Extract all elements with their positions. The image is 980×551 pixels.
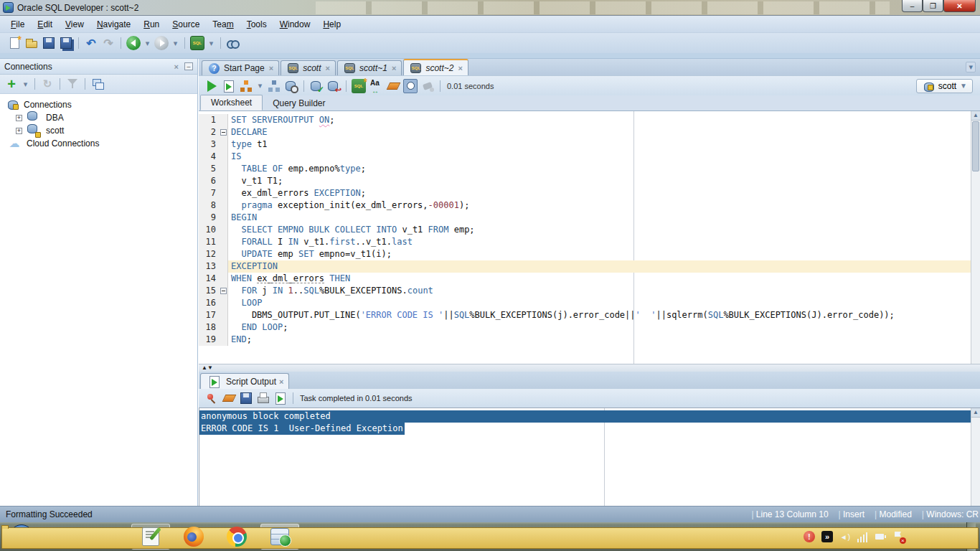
output-row[interactable]: ERROR CODE IS 1 User-Defined Exception bbox=[199, 423, 971, 435]
search-icon[interactable] bbox=[226, 36, 240, 50]
minimize-button[interactable]: – bbox=[902, 0, 923, 12]
tab-close-icon[interactable]: × bbox=[325, 64, 329, 72]
scroll-up-icon[interactable]: ▲ bbox=[971, 111, 980, 121]
panel-min-icon[interactable]: – bbox=[184, 62, 193, 70]
autotrace-icon[interactable] bbox=[267, 79, 281, 93]
subtab-worksheet[interactable]: Worksheet bbox=[200, 95, 263, 110]
save-all-icon[interactable] bbox=[59, 36, 73, 50]
focus-icon[interactable] bbox=[90, 77, 105, 91]
code-editor[interactable]: 1SET SERVEROUTPUT ON;2DECLARE3type t14IS… bbox=[199, 111, 980, 364]
run-script-icon[interactable] bbox=[222, 79, 236, 93]
close-button[interactable]: ✕ bbox=[943, 0, 976, 12]
fold-collapse-icon[interactable] bbox=[220, 129, 227, 136]
menu-file[interactable]: File bbox=[4, 18, 31, 31]
forward-icon[interactable] bbox=[154, 36, 169, 50]
refresh-icon[interactable] bbox=[40, 77, 55, 91]
action-center-flag-icon[interactable] bbox=[893, 531, 905, 542]
tab-scott[interactable]: scott× bbox=[281, 60, 336, 75]
tab-close-icon[interactable]: × bbox=[269, 64, 273, 72]
pin-icon[interactable] bbox=[204, 391, 219, 405]
new-file-icon[interactable] bbox=[7, 36, 22, 50]
code-line-18[interactable]: 18 END LOOP; bbox=[199, 321, 971, 334]
tree-item-connections[interactable]: Connections bbox=[3, 98, 194, 111]
redo-icon[interactable] bbox=[101, 36, 116, 50]
scroll-up-icon[interactable]: ▲ bbox=[971, 408, 980, 418]
network-icon[interactable] bbox=[857, 531, 869, 542]
code-line-1[interactable]: 1SET SERVEROUTPUT ON; bbox=[199, 114, 971, 126]
wireless-display-icon[interactable] bbox=[821, 531, 833, 542]
explain-plan-icon[interactable] bbox=[239, 79, 253, 93]
format-icon[interactable] bbox=[420, 79, 435, 93]
save-icon[interactable] bbox=[42, 36, 56, 50]
open-folder-icon[interactable] bbox=[24, 36, 39, 50]
tree-item-dba[interactable]: +DBA bbox=[3, 111, 194, 124]
code-line-13[interactable]: 13EXCEPTION bbox=[199, 260, 971, 273]
save-icon[interactable] bbox=[239, 391, 253, 405]
editor-vertical-scrollbar[interactable]: ▲ bbox=[971, 111, 980, 364]
tab-close-icon[interactable]: × bbox=[279, 377, 283, 386]
tree-expand-icon[interactable]: + bbox=[16, 128, 22, 134]
eraser-icon[interactable] bbox=[222, 391, 236, 405]
undo-icon[interactable] bbox=[84, 36, 98, 50]
tab-start-page[interactable]: Start Page× bbox=[202, 60, 279, 75]
menu-run[interactable]: Run bbox=[137, 18, 166, 31]
code-line-11[interactable]: 11 FORALL I IN v_t1.first..v_t1.last bbox=[199, 236, 971, 248]
menu-source[interactable]: Source bbox=[166, 18, 206, 31]
fold-collapse-icon[interactable] bbox=[220, 288, 227, 294]
connections-panel-header[interactable]: Connections × – bbox=[0, 59, 197, 75]
code-line-16[interactable]: 16 LOOP bbox=[199, 297, 971, 309]
back-icon[interactable] bbox=[126, 36, 141, 50]
close-icon[interactable]: × bbox=[174, 62, 179, 71]
menu-view[interactable]: View bbox=[59, 18, 90, 31]
commit-icon[interactable] bbox=[309, 79, 324, 93]
maximize-button[interactable]: ❐ bbox=[923, 0, 943, 12]
update-icon[interactable] bbox=[804, 531, 815, 542]
clear-icon[interactable] bbox=[386, 79, 400, 93]
tab-scott~2[interactable]: scott~2× bbox=[403, 59, 468, 75]
code-line-2[interactable]: 2DECLARE bbox=[199, 126, 971, 138]
code-line-7[interactable]: 7 ex_dml_errors EXCEPTION; bbox=[199, 187, 971, 199]
sql-tuning-icon[interactable] bbox=[284, 79, 298, 93]
scrollbar-thumb[interactable] bbox=[972, 121, 979, 171]
print-icon[interactable] bbox=[256, 391, 270, 405]
menu-help[interactable]: Help bbox=[316, 18, 347, 31]
menu-edit[interactable]: Edit bbox=[31, 18, 59, 31]
menu-window[interactable]: Window bbox=[273, 18, 317, 31]
unshared-worksheet-icon[interactable] bbox=[352, 79, 366, 93]
code-line-17[interactable]: 17 DBMS_OUTPUT.PUT_LINE('ERROR CODE IS '… bbox=[199, 309, 971, 321]
tab-script-output[interactable]: Script Output × bbox=[200, 373, 289, 389]
code-line-8[interactable]: 8 pragma exception_init(ex_dml_errors,-0… bbox=[199, 199, 971, 212]
forward-dropdown-icon[interactable] bbox=[171, 36, 179, 50]
explain-dropdown-icon[interactable] bbox=[256, 79, 264, 93]
code-line-14[interactable]: 14WHEN ex_dml_errors THEN bbox=[199, 273, 971, 285]
menu-navigate[interactable]: Navigate bbox=[90, 18, 137, 31]
tree-item-scott[interactable]: +scott bbox=[3, 124, 194, 137]
menu-team[interactable]: Team bbox=[206, 18, 240, 31]
tab-close-icon[interactable]: × bbox=[458, 64, 462, 72]
code-line-5[interactable]: 5 TABLE OF emp.empno%type; bbox=[199, 163, 971, 175]
splitter-down-icon[interactable]: ▼ bbox=[207, 365, 213, 371]
tree-item-cloud-connections[interactable]: Cloud Connections bbox=[3, 137, 194, 150]
code-line-6[interactable]: 6 v_t1 T1; bbox=[199, 175, 971, 187]
subtab-query-builder[interactable]: Query Builder bbox=[263, 96, 335, 110]
run-statement-icon[interactable] bbox=[204, 79, 219, 93]
connect-dropdown-icon[interactable] bbox=[207, 36, 215, 50]
battery-icon[interactable] bbox=[875, 531, 887, 542]
connection-selector[interactable]: scott▼ bbox=[916, 79, 973, 93]
add-dropdown-icon[interactable] bbox=[22, 77, 29, 91]
tree-expand-icon[interactable]: + bbox=[16, 115, 22, 121]
code-line-3[interactable]: 3type t1 bbox=[199, 138, 971, 151]
output-vertical-scrollbar[interactable]: ▲ bbox=[971, 408, 980, 508]
rollback-icon[interactable] bbox=[326, 79, 341, 93]
script-output-area[interactable]: anonymous block completedERROR CODE IS 1… bbox=[199, 408, 980, 508]
window-titlebar[interactable]: Oracle SQL Developer : scott~2 – ❐ ✕ bbox=[0, 0, 980, 16]
splitter-up-icon[interactable]: ▲ bbox=[202, 365, 207, 371]
code-line-19[interactable]: 19END; bbox=[199, 334, 971, 346]
code-line-9[interactable]: 9BEGIN bbox=[199, 212, 971, 224]
connect-sql-icon[interactable] bbox=[190, 36, 204, 50]
change-case-icon[interactable] bbox=[369, 79, 383, 93]
code-line-15[interactable]: 15 FOR j IN 1..SQL%BULK_EXCEPTIONS.count bbox=[199, 285, 971, 297]
add-connection-icon[interactable] bbox=[4, 77, 19, 91]
back-dropdown-icon[interactable] bbox=[143, 36, 151, 50]
tab-close-icon[interactable]: × bbox=[392, 64, 396, 72]
